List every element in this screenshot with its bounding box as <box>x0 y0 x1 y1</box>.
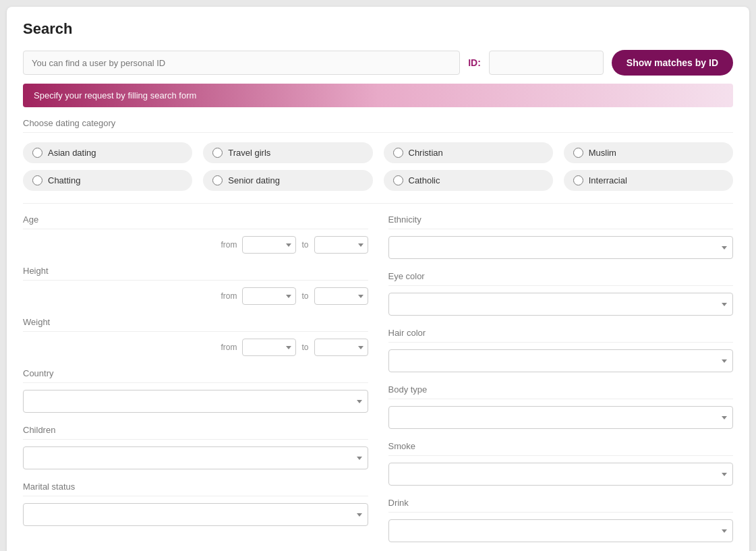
radio-senior[interactable] <box>212 175 223 185</box>
country-select[interactable] <box>23 390 368 413</box>
height-from-label: from <box>221 291 237 301</box>
smoke-select[interactable] <box>388 463 734 486</box>
filter-body-type: Body type <box>388 384 734 429</box>
hair-color-title: Hair color <box>388 328 734 343</box>
categories-grid: Asian dating Travel girls Christian Musl… <box>23 142 733 191</box>
weight-from-select[interactable] <box>242 339 296 356</box>
drink-title: Drink <box>388 498 734 513</box>
search-hint-input[interactable] <box>23 51 460 75</box>
category-asian[interactable]: Asian dating <box>23 142 192 163</box>
radio-muslim[interactable] <box>573 148 583 158</box>
marital-status-select[interactable] <box>23 503 368 526</box>
filter-smoke: Smoke <box>388 441 734 486</box>
weight-from-label: from <box>221 343 237 352</box>
category-label: Choose dating category <box>23 118 733 133</box>
filters-grid: Age from to Height from to Weight <box>23 214 733 551</box>
banner: Specify your request by filling search f… <box>23 84 733 107</box>
body-type-select[interactable] <box>388 406 734 429</box>
id-label: ID: <box>468 57 481 68</box>
label-interracial: Interracial <box>589 175 627 185</box>
label-travel: Travel girls <box>228 148 270 158</box>
hair-color-select[interactable] <box>388 349 734 372</box>
main-container: Search ID: Show matches by ID Specify yo… <box>7 7 749 551</box>
eye-color-title: Eye color <box>388 271 734 286</box>
label-catholic: Catholic <box>409 175 440 185</box>
page-title: Search <box>23 20 733 38</box>
marital-status-title: Marital status <box>23 482 368 496</box>
body-type-title: Body type <box>388 384 734 399</box>
category-senior[interactable]: Senior dating <box>203 170 372 191</box>
height-range-row: from to <box>23 287 368 305</box>
category-travel[interactable]: Travel girls <box>203 142 372 163</box>
label-chatting: Chatting <box>48 175 80 185</box>
radio-interracial[interactable] <box>573 175 583 185</box>
category-chatting[interactable]: Chatting <box>23 170 192 191</box>
filter-country: Country <box>23 368 368 413</box>
category-interracial[interactable]: Interracial <box>564 170 733 191</box>
height-to-label: to <box>301 291 308 301</box>
drink-select[interactable] <box>388 519 734 542</box>
radio-christian[interactable] <box>393 148 403 158</box>
label-muslim: Muslim <box>589 148 616 158</box>
age-range-row: from to <box>23 236 368 254</box>
weight-title: Weight <box>23 317 368 332</box>
category-section: Choose dating category Asian dating Trav… <box>23 118 733 191</box>
filter-ethnicity: Ethnicity <box>388 214 734 259</box>
smoke-title: Smoke <box>388 441 734 456</box>
radio-chatting[interactable] <box>32 175 42 185</box>
divider <box>23 203 733 204</box>
radio-travel[interactable] <box>212 148 223 158</box>
height-from-select[interactable] <box>242 287 296 305</box>
height-to-select[interactable] <box>314 287 368 305</box>
right-filters: Ethnicity Eye color Hair color Body type… <box>388 214 734 551</box>
children-select[interactable] <box>23 446 368 469</box>
label-senior: Senior dating <box>228 175 280 185</box>
age-from-select[interactable] <box>242 236 296 254</box>
show-matches-button[interactable]: Show matches by ID <box>612 50 733 76</box>
filter-weight: Weight from to <box>23 317 368 356</box>
ethnicity-select[interactable] <box>388 236 734 259</box>
country-title: Country <box>23 368 368 383</box>
search-bar: ID: Show matches by ID <box>23 50 733 76</box>
radio-asian[interactable] <box>32 148 42 158</box>
eye-color-select[interactable] <box>388 293 734 316</box>
ethnicity-title: Ethnicity <box>388 214 734 229</box>
height-title: Height <box>23 266 368 281</box>
left-filters: Age from to Height from to Weight <box>23 214 368 551</box>
age-title: Age <box>23 214 368 229</box>
category-catholic[interactable]: Catholic <box>384 170 553 191</box>
weight-to-select[interactable] <box>314 339 368 356</box>
category-muslim[interactable]: Muslim <box>564 142 733 163</box>
category-christian[interactable]: Christian <box>384 142 553 163</box>
age-to-label: to <box>301 240 308 250</box>
filter-height: Height from to <box>23 266 368 305</box>
filter-drink: Drink <box>388 498 734 542</box>
label-asian: Asian dating <box>48 148 96 158</box>
children-title: Children <box>23 425 368 440</box>
age-to-select[interactable] <box>314 236 368 254</box>
filter-children: Children <box>23 425 368 469</box>
age-from-label: from <box>221 240 237 250</box>
radio-catholic[interactable] <box>393 175 403 185</box>
filter-marital-status: Marital status <box>23 482 368 526</box>
weight-to-label: to <box>301 343 308 352</box>
filter-hair-color: Hair color <box>388 328 734 372</box>
weight-range-row: from to <box>23 339 368 356</box>
label-christian: Christian <box>409 148 443 158</box>
filter-age: Age from to <box>23 214 368 254</box>
filter-eye-color: Eye color <box>388 271 734 316</box>
id-input[interactable] <box>489 51 604 75</box>
